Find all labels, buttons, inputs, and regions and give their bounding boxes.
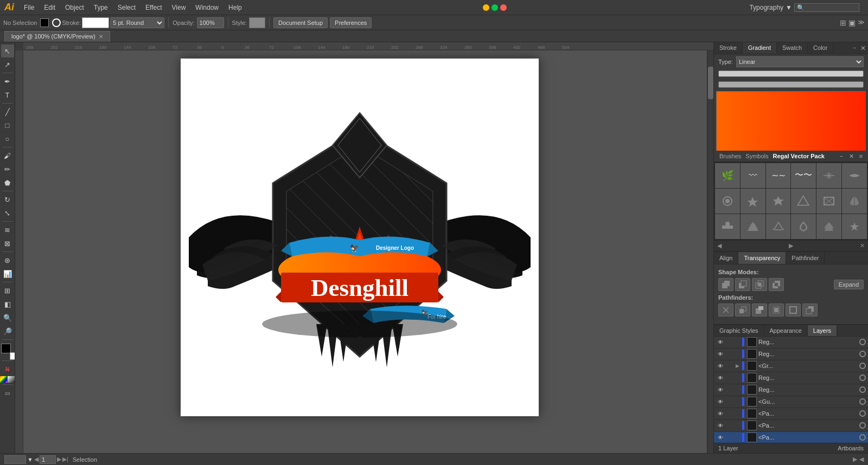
layer-expand-arrow[interactable]: ▶ xyxy=(733,362,741,370)
artboards-label[interactable]: Artboards xyxy=(838,445,864,451)
paintbrush-tool[interactable]: 🖌 xyxy=(1,149,14,162)
divide-button[interactable] xyxy=(718,303,733,317)
menu-file[interactable]: File xyxy=(20,2,39,13)
layer-target-circle[interactable] xyxy=(859,410,866,417)
direct-select-tool[interactable]: ↗ xyxy=(1,58,14,71)
layer-row[interactable]: 👁<Pa... xyxy=(714,420,868,432)
trim-button[interactable] xyxy=(735,303,750,317)
menu-window[interactable]: Window xyxy=(191,2,223,13)
page-number-input[interactable] xyxy=(40,455,56,464)
symbols-tab[interactable]: Symbols xyxy=(743,152,770,160)
stroke-tab[interactable]: Stroke xyxy=(714,42,743,54)
zoom-chevron[interactable]: ▼ xyxy=(27,456,33,463)
layer-target-circle[interactable] xyxy=(859,398,866,405)
brush-item[interactable] xyxy=(816,214,841,239)
close-button[interactable] xyxy=(500,4,507,11)
blob-brush-tool[interactable]: ⬟ xyxy=(1,176,14,189)
layer-visibility-toggle[interactable]: 👁 xyxy=(716,421,725,430)
menu-effect[interactable]: Effect xyxy=(141,2,166,13)
brush-item[interactable]: 〰 xyxy=(741,163,765,188)
nav-prev[interactable]: ◀ xyxy=(34,456,39,463)
layer-row[interactable]: 👁<Gu... xyxy=(714,396,868,408)
rotate-tool[interactable]: ↻ xyxy=(1,193,14,206)
zoom-tool[interactable]: 🔎 xyxy=(1,325,14,338)
layer-expand-arrow[interactable] xyxy=(733,422,741,429)
color-icon[interactable] xyxy=(0,376,7,383)
expand-icon[interactable]: ≫ xyxy=(858,18,865,27)
intersect-button[interactable] xyxy=(752,278,767,291)
layer-expand-arrow[interactable] xyxy=(733,386,741,393)
line-tool[interactable]: ╱ xyxy=(1,105,14,118)
nav-next[interactable]: ▶ xyxy=(57,456,61,463)
graphic-styles-tab[interactable]: Graphic Styles xyxy=(714,325,764,336)
merge-button[interactable] xyxy=(752,303,767,317)
fill-swatch[interactable] xyxy=(40,18,49,27)
warp-tool[interactable]: ≋ xyxy=(1,223,14,236)
swatch-tab[interactable]: Swatch xyxy=(777,42,808,54)
layers-tab[interactable]: Layers xyxy=(808,325,837,336)
layer-target-circle[interactable] xyxy=(859,434,866,441)
gradient-icon[interactable] xyxy=(8,376,15,383)
layer-target-circle[interactable] xyxy=(859,363,866,369)
brush-item[interactable] xyxy=(791,189,816,214)
layer-row[interactable]: 👁Reg... xyxy=(714,372,868,384)
free-transform-tool[interactable]: ⊠ xyxy=(1,237,14,250)
type-tool[interactable]: T xyxy=(1,88,14,101)
layer-row[interactable]: 👁Reg... xyxy=(714,384,868,396)
rect-tool[interactable]: □ xyxy=(1,119,14,132)
eyedropper-tool[interactable]: 🔍 xyxy=(1,311,14,324)
brush-item[interactable] xyxy=(741,214,765,239)
brush-item[interactable]: ∼∼ xyxy=(766,163,791,188)
opacity-input[interactable] xyxy=(197,17,224,28)
vertical-scrollbar[interactable] xyxy=(707,50,713,453)
expand-button[interactable]: Expand xyxy=(834,280,864,289)
status-play[interactable]: ▶ xyxy=(853,456,857,463)
document-tab[interactable]: logo* @ 100% (CMYK/Preview) ✕ xyxy=(4,31,110,42)
layer-row[interactable]: 👁<Pa... xyxy=(714,408,868,420)
brush-item[interactable] xyxy=(816,163,841,188)
layer-target-circle[interactable] xyxy=(859,351,866,357)
brush-item[interactable] xyxy=(842,189,867,214)
regal-close[interactable]: ✕ xyxy=(847,152,855,160)
gradient-tab[interactable]: Gradient xyxy=(743,42,777,54)
brush-item[interactable] xyxy=(766,214,791,239)
gradient-tool[interactable]: ◧ xyxy=(1,298,14,311)
layer-row[interactable]: 👁Reg... xyxy=(714,348,868,360)
appearance-tab[interactable]: Appearance xyxy=(764,325,808,336)
none-icon[interactable]: N xyxy=(1,363,14,376)
scale-tool[interactable]: ⤡ xyxy=(1,206,14,219)
brush-item[interactable] xyxy=(816,189,841,214)
regal-menu[interactable]: ≡ xyxy=(857,152,865,160)
brush-item[interactable] xyxy=(766,189,791,214)
brush-close[interactable]: ✕ xyxy=(860,242,865,249)
brush-nav-right[interactable]: ▶ xyxy=(789,242,793,249)
stroke-size-select[interactable]: 5 pt. Round xyxy=(110,17,164,28)
draw-mode-icon[interactable]: ▭ xyxy=(1,386,14,399)
document-setup-button[interactable]: Document Setup xyxy=(273,17,328,28)
layer-target-circle[interactable] xyxy=(859,374,866,381)
layer-visibility-toggle[interactable]: 👁 xyxy=(716,350,725,358)
menu-select[interactable]: Select xyxy=(113,2,140,13)
restore-button[interactable] xyxy=(492,4,498,11)
document-tab-close[interactable]: ✕ xyxy=(99,34,103,40)
brush-item[interactable] xyxy=(842,214,867,239)
regal-minimize[interactable]: − xyxy=(838,152,845,160)
pencil-tool[interactable]: ✏ xyxy=(1,163,14,176)
mesh-tool[interactable]: ⊞ xyxy=(1,284,14,297)
layer-visibility-toggle[interactable]: 👁 xyxy=(716,397,725,406)
layer-visibility-toggle[interactable]: 👁 xyxy=(716,338,725,346)
layer-expand-arrow[interactable] xyxy=(733,398,741,405)
menu-object[interactable]: Object xyxy=(61,2,88,13)
color-tab[interactable]: Color xyxy=(808,42,833,54)
layer-visibility-toggle[interactable]: 👁 xyxy=(716,433,725,442)
layer-expand-arrow[interactable] xyxy=(733,350,741,358)
minus-back-button[interactable] xyxy=(802,303,818,317)
menu-edit[interactable]: Edit xyxy=(40,2,60,13)
layer-row[interactable]: 👁<Pa... xyxy=(714,432,868,443)
nav-end[interactable]: ▶| xyxy=(62,456,68,463)
layer-visibility-toggle[interactable]: 👁 xyxy=(716,373,725,382)
status-expand[interactable]: ◀ xyxy=(859,456,864,463)
gradient-panel-minimize[interactable]: − xyxy=(853,45,856,51)
brush-item[interactable] xyxy=(842,163,867,188)
layer-target-circle[interactable] xyxy=(859,386,866,393)
